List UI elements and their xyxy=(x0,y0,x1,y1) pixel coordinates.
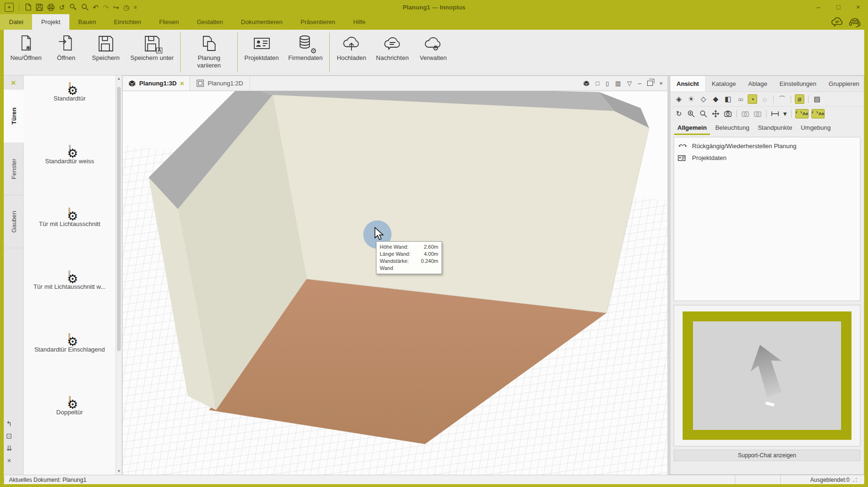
zoom-in-icon[interactable] xyxy=(686,109,696,118)
properties-panel: Ansicht Kataloge Ablage Einstellungen Gr… xyxy=(670,76,864,475)
catalog-item-tuer-lichtausschnitt[interactable]: ⚙ Tür mit Lichtausschnitt xyxy=(39,209,100,271)
subtab-umgebung[interactable]: Umgebung xyxy=(797,123,834,135)
camera-prev-icon[interactable] xyxy=(741,109,750,118)
catalog-item-doppeltuer[interactable]: ⚙ Doppeltür xyxy=(56,397,83,460)
pan-icon[interactable] xyxy=(711,109,720,118)
3d-canvas[interactable]: Höhe Wand:2.60m Länge Wand:4.00m Wandstä… xyxy=(123,91,668,475)
scroll-down-icon[interactable]: ▼ xyxy=(116,468,122,475)
support-chat-button[interactable]: Support-Chat anzeigen xyxy=(674,450,860,461)
sidebar-tab-gauben[interactable]: Gauben xyxy=(4,195,24,248)
sidebar-tab-fenster[interactable]: Fenster xyxy=(4,143,24,195)
dimension-icon[interactable] xyxy=(770,109,780,118)
dock-panel-icon[interactable]: ↰ xyxy=(6,420,12,428)
save-as-badge: A xyxy=(156,48,162,53)
grid-toggle-icon[interactable]: # xyxy=(795,94,804,104)
ribbon-button-planung-variieren[interactable]: Planung variieren xyxy=(183,30,235,69)
close-tab-icon[interactable]: × xyxy=(180,79,184,87)
selection-lasso-icon[interactable]: ◌ xyxy=(760,94,769,104)
subtab-allgemein[interactable]: Allgemein xyxy=(674,123,710,135)
minimize-view-icon[interactable]: – xyxy=(638,80,641,86)
project-data-icon xyxy=(253,34,271,53)
ribbon-button-oeffnen[interactable]: Öffnen xyxy=(46,30,86,62)
window-title: Planung1 — Innoplus xyxy=(0,4,868,11)
list-item-undo-redo[interactable]: ↶↷ Rückgängig/Wiederherstellen Planung xyxy=(678,140,856,152)
ribbon-button-projektdaten[interactable]: Projektdaten xyxy=(240,30,284,62)
speed-render-icon[interactable]: ◔ xyxy=(748,94,757,104)
scroll-up-icon[interactable]: ▲ xyxy=(116,76,122,82)
list-item-projektdaten[interactable]: Projektdaten xyxy=(678,152,856,164)
light-view-icon[interactable]: ☀ xyxy=(686,94,696,104)
catalog-item-tuer-lichtausschnitt-w[interactable]: ⚙ Tür mit Lichtausschnitt w... xyxy=(33,271,106,334)
shaded-view-icon[interactable]: ◈ xyxy=(674,94,684,104)
preview-image[interactable] xyxy=(693,321,841,430)
status-current-document: Aktuelles Dokument: Planung1 xyxy=(4,477,735,483)
catalog-item-standardtuer-weiss[interactable]: ⚙ Standardtür weiss xyxy=(45,146,94,209)
ribbon-button-hochladen[interactable]: Hochladen xyxy=(332,30,371,62)
view-2d-icon[interactable]: □ xyxy=(596,80,600,86)
catalog-item-standardtuer[interactable]: ⚙ Standardtür xyxy=(54,83,86,146)
resize-grip[interactable] xyxy=(852,478,857,482)
menu-tab-hilfe[interactable]: Hilfe xyxy=(344,14,375,30)
sidebar-scrollbar[interactable]: ▲ ▼ xyxy=(116,76,122,475)
menu-tab-praesentieren[interactable]: Präsentieren xyxy=(292,14,344,30)
door-thumbnail: ⚙ xyxy=(69,397,71,405)
save-icon xyxy=(97,34,114,53)
catalog-item-standardtuer-einschlagend[interactable]: ⚙ Standardtür Einschlagend xyxy=(34,334,105,397)
sidebar-tab-tueren[interactable]: Türen xyxy=(4,90,24,143)
buildings-view-icon[interactable]: ⌂⌂ xyxy=(735,94,745,104)
menu-tab-fliesen[interactable]: Fliesen xyxy=(150,14,188,30)
menu-tab-einrichten[interactable]: Einrichten xyxy=(105,14,150,30)
close-panel-icon[interactable]: × xyxy=(7,457,11,464)
minimize-button[interactable]: – xyxy=(809,3,828,11)
menu-tab-bauen[interactable]: Bauen xyxy=(69,14,105,30)
curve-icon[interactable]: ⌒ xyxy=(777,94,787,104)
textured-view-icon[interactable]: ◧ xyxy=(723,94,733,104)
view-3d-icon[interactable] xyxy=(583,80,590,87)
maximize-button[interactable]: □ xyxy=(828,3,848,11)
restore-view-icon[interactable] xyxy=(647,81,653,86)
wireframe-view-icon[interactable]: ◇ xyxy=(699,94,708,104)
collapse-panel-icon[interactable]: ⇊ xyxy=(6,445,12,452)
ribbon-button-speichern-unter[interactable]: A Speichern unter xyxy=(125,30,178,62)
camera-settings-icon[interactable] xyxy=(723,109,733,118)
elevation-view-icon[interactable]: ▯ xyxy=(606,80,609,86)
tab-einstellungen[interactable]: Einstellungen xyxy=(773,76,822,92)
dimension-dropdown-icon[interactable]: ▾ xyxy=(783,109,787,118)
tab-gruppieren[interactable]: Gruppieren xyxy=(823,76,866,92)
camera-next-icon[interactable] xyxy=(753,109,762,118)
camera-ao-1-icon[interactable]: Ao xyxy=(795,109,809,118)
subtab-standpunkte[interactable]: Standpunkte xyxy=(754,123,795,135)
menu-tab-gestalten[interactable]: Gestalten xyxy=(188,14,232,30)
tab-ansicht[interactable]: Ansicht xyxy=(670,76,706,92)
ribbon-button-nachrichten[interactable]: Nachrichten xyxy=(371,30,413,62)
support-headset-icon[interactable] xyxy=(849,17,861,28)
view-mode-toolbar: ◈ ☀ ◇ ◆ ◧ ⌂⌂ ◔ ◌ ⌒ # ▨ xyxy=(670,92,864,106)
tab-ablage[interactable]: Ablage xyxy=(742,76,773,92)
orbit-icon[interactable]: ↻ xyxy=(674,109,684,118)
collapse-view-icon[interactable]: ▽ xyxy=(627,80,632,86)
ribbon-button-neu-oeffnen[interactable]: Neu/Öffnen xyxy=(6,30,46,62)
tab-kataloge[interactable]: Kataloge xyxy=(706,76,742,92)
menu-tab-datei[interactable]: Datei xyxy=(0,14,32,30)
viewport-tab-2d[interactable]: Planung1:2D xyxy=(190,76,250,91)
split-view-icon[interactable]: ▥ xyxy=(615,80,621,86)
sidebar-close-icon[interactable]: × xyxy=(4,76,23,90)
cube-3d-icon xyxy=(128,80,136,87)
gear-icon: ⚙ xyxy=(67,336,78,347)
close-view-icon[interactable]: × xyxy=(659,80,663,86)
ribbon-button-verwalten[interactable]: ⚙ Verwalten xyxy=(413,30,453,62)
camera-ao-2-icon[interactable]: Ao xyxy=(811,109,825,118)
hatch-toggle-icon[interactable]: ▨ xyxy=(812,94,822,104)
ribbon-button-speichern[interactable]: Speichern xyxy=(86,30,125,62)
ribbon-button-firmendaten[interactable]: ⚙ Firmendaten xyxy=(284,30,327,62)
expand-panel-icon[interactable]: ⊡ xyxy=(6,432,12,440)
menu-tab-projekt[interactable]: Projekt xyxy=(32,14,69,30)
solid-view-icon[interactable]: ◆ xyxy=(711,94,720,104)
zoom-icon[interactable] xyxy=(699,109,708,118)
menu-tab-dokumentieren[interactable]: Dokumentieren xyxy=(232,14,292,30)
cloud-message-icon[interactable] xyxy=(831,17,844,28)
scrollbar-thumb[interactable] xyxy=(117,87,121,351)
viewport-tab-3d[interactable]: Planung1:3D × xyxy=(123,76,190,91)
close-button[interactable]: × xyxy=(848,3,868,11)
subtab-beleuchtung[interactable]: Beleuchtung xyxy=(712,123,752,135)
